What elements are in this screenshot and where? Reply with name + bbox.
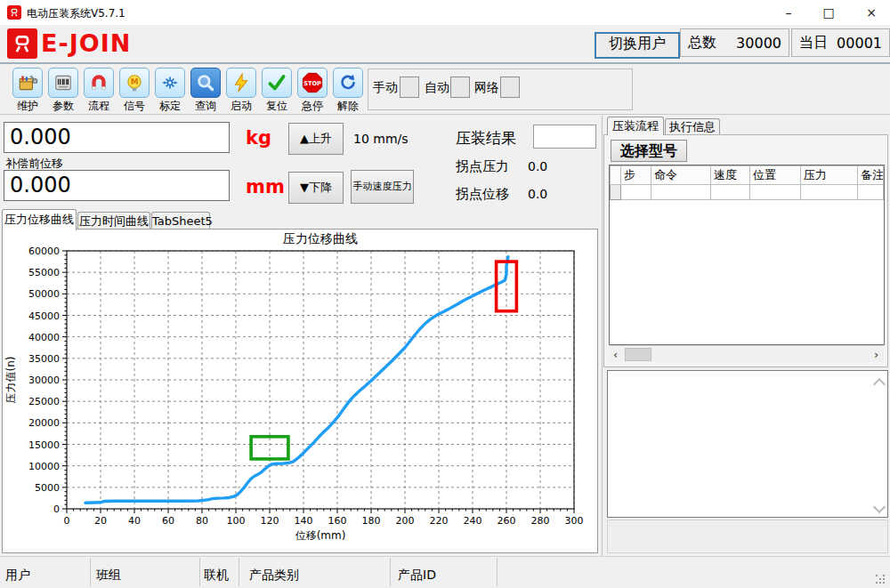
- svg-text:220: 220: [430, 515, 449, 527]
- svg-text:200: 200: [396, 515, 415, 527]
- col-pressure: 压力: [801, 166, 858, 185]
- tab-press-flow[interactable]: 压装流程: [607, 117, 664, 135]
- row-indicator-header: [611, 166, 621, 185]
- force-readout[interactable]: 0.000: [4, 122, 230, 153]
- status-product-id-label: 产品ID: [398, 568, 436, 584]
- table-hscrollbar[interactable]: ‹ ›: [610, 345, 884, 362]
- svg-text:180: 180: [362, 515, 381, 527]
- scroll-down-icon[interactable]: [873, 501, 886, 513]
- search-icon: [190, 68, 221, 98]
- toolbar-button-query[interactable]: 查询: [188, 68, 223, 112]
- toolbox-icon: [12, 68, 43, 98]
- toolbar-button-estop[interactable]: STOP 急停: [295, 68, 330, 112]
- table-row[interactable]: [611, 185, 884, 200]
- toolbar-button-release[interactable]: 解除: [330, 68, 366, 112]
- scroll-up-icon[interactable]: [873, 378, 886, 391]
- knee-force-label: 拐点压力: [456, 158, 509, 175]
- svg-text:5000: 5000: [35, 482, 60, 494]
- status-divider: [90, 558, 91, 586]
- svg-text:300: 300: [565, 515, 584, 527]
- svg-text:160: 160: [328, 515, 347, 527]
- info-memo[interactable]: [607, 370, 888, 518]
- maximize-button[interactable]: □: [817, 4, 840, 21]
- mode-indicator-auto[interactable]: [450, 77, 470, 98]
- jog-down-button[interactable]: ▼下降: [288, 172, 344, 204]
- switch-user-button[interactable]: 切换用户: [595, 32, 680, 59]
- tab-pressure-time[interactable]: 压力时间曲线: [77, 212, 150, 230]
- svg-text:0: 0: [53, 503, 60, 515]
- today-value: 00001: [837, 35, 882, 52]
- press-result-box: [533, 125, 596, 149]
- status-divider: [390, 558, 391, 586]
- knee-force-value: 0.0: [528, 159, 547, 173]
- scrollbar-thumb[interactable]: [625, 348, 651, 361]
- scroll-right-icon[interactable]: ›: [874, 347, 878, 362]
- tab-exec-info[interactable]: 执行信息: [665, 118, 720, 135]
- svg-text:50000: 50000: [28, 288, 60, 300]
- scroll-left-icon[interactable]: ‹: [613, 347, 618, 362]
- svg-text:10000: 10000: [28, 461, 60, 472]
- svg-text:15000: 15000: [28, 439, 60, 451]
- tab-sheet5[interactable]: TabSheet5: [151, 212, 210, 230]
- toolbar-button-calibrate[interactable]: 标定: [152, 68, 188, 112]
- manual-speed-pressure-button[interactable]: 手动速度压力: [351, 170, 414, 204]
- today-label: 当日: [799, 34, 828, 52]
- barcode-icon: [48, 68, 78, 98]
- brand-name: E-JOIN: [41, 29, 131, 57]
- toolbar-button-process[interactable]: 流程: [81, 68, 117, 112]
- col-step: 步: [621, 166, 651, 185]
- svg-text:60: 60: [162, 515, 174, 527]
- toolbar-label: 复位: [259, 99, 295, 114]
- displacement-readout[interactable]: 0.000: [4, 170, 230, 201]
- toolbar-button-maintenance[interactable]: 维护: [10, 68, 45, 112]
- check-icon: [262, 68, 292, 98]
- jog-up-button[interactable]: ▲上升: [288, 123, 344, 155]
- status-online-label: 联机: [204, 568, 229, 584]
- svg-text:40000: 40000: [28, 332, 60, 343]
- tab-pressure-displacement[interactable]: 压力位移曲线: [2, 209, 77, 230]
- toolbar-label: 标定: [152, 99, 188, 114]
- chart-canvas: 0204060801001201401601802002202402602803…: [4, 230, 596, 552]
- toolbar-label: 信号: [117, 99, 152, 114]
- svg-text:20: 20: [94, 515, 107, 527]
- mode-indicator-manual[interactable]: [400, 77, 419, 98]
- toolbar-button-parameters[interactable]: 参数: [45, 68, 81, 112]
- toolbar-button-start[interactable]: 启动: [223, 68, 259, 112]
- svg-text:55000: 55000: [28, 267, 60, 278]
- svg-text:40: 40: [128, 515, 141, 527]
- total-value: 30000: [736, 35, 781, 52]
- svg-text:20000: 20000: [28, 417, 60, 429]
- svg-text:45000: 45000: [28, 310, 60, 322]
- col-remark: 备注: [858, 166, 884, 185]
- mode-label-network: 网络: [474, 80, 499, 96]
- magnet-icon: [84, 68, 114, 98]
- total-label: 总数: [688, 34, 716, 52]
- steps-table[interactable]: 步 命令 速度 位置 压力 备注: [609, 165, 885, 345]
- toolbar-button-reset[interactable]: 复位: [259, 68, 295, 112]
- status-team-label: 班组: [96, 568, 121, 584]
- close-button[interactable]: ×: [860, 4, 883, 21]
- svg-text:80: 80: [196, 515, 208, 527]
- app-window: { "window": { "title": "电动压装系统V5.7.1", "…: [0, 0, 890, 588]
- press-result-label: 压装结果: [456, 128, 516, 149]
- minimize-button[interactable]: –: [777, 4, 800, 21]
- toolbar-label: 启动: [223, 99, 259, 114]
- displacement-unit: mm: [246, 176, 285, 197]
- status-bar: [0, 556, 890, 588]
- svg-text:压力值(n): 压力值(n): [4, 357, 17, 404]
- toolbar-label: 参数: [45, 99, 81, 114]
- toolbar-label: 查询: [188, 99, 223, 114]
- force-unit: kg: [246, 127, 271, 149]
- col-speed: 速度: [711, 166, 750, 185]
- resize-grip[interactable]: [876, 575, 878, 576]
- window-title: 电动压装系统V5.7.1: [27, 6, 125, 21]
- mode-label-manual: 手动: [373, 80, 398, 96]
- svg-text:位移(mm): 位移(mm): [295, 529, 346, 542]
- toolbar-button-signal[interactable]: M 信号: [117, 68, 152, 112]
- svg-text:25000: 25000: [28, 396, 60, 407]
- today-count-panel: 当日 00001: [791, 28, 890, 57]
- toolbar-label: 急停: [295, 99, 330, 114]
- mode-indicator-network[interactable]: [500, 77, 520, 98]
- select-model-button[interactable]: 选择型号: [611, 140, 687, 162]
- svg-text:60000: 60000: [28, 246, 60, 257]
